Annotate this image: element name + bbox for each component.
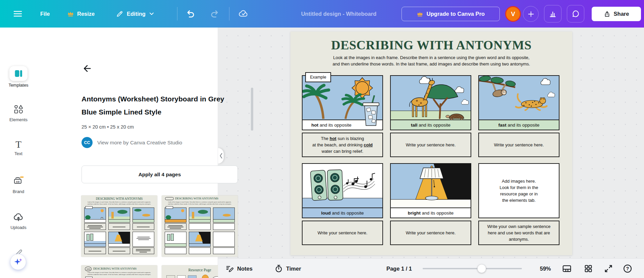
write-prompt: Write your sentence here. (318, 230, 368, 236)
mini-sentence (84, 223, 106, 230)
frame-word: fast (498, 123, 506, 128)
back-arrow-icon (83, 64, 92, 73)
upgrade-label: Upgrade to Canva Pro (427, 11, 485, 17)
upgrade-button[interactable]: Upgrade to Canva Pro (401, 7, 500, 21)
timer-button[interactable]: Timer (274, 259, 301, 278)
mini-frame-bright (108, 232, 130, 247)
example-badge[interactable]: Example (305, 72, 331, 82)
ai-assistant-button[interactable] (10, 254, 26, 270)
share-label: Share (614, 11, 629, 17)
mini-frame-bright (189, 232, 211, 247)
mini-sentence (84, 247, 106, 254)
apply-all-button[interactable]: Apply all 4 pages (82, 166, 238, 183)
plus-icon (527, 10, 535, 18)
panel-collapse-handle[interactable] (218, 148, 224, 164)
creator-avatar[interactable]: CC (82, 137, 93, 148)
sentence-box-fast[interactable]: Write your sentence here. (478, 133, 559, 157)
sentence-line: water can bring relief. (322, 148, 363, 154)
frame-loud-label: loud and its opposite (303, 207, 382, 218)
sentence-box-loud[interactable]: Write your sentence here. (302, 221, 383, 245)
mini-sentence (165, 223, 186, 230)
template-thumbnail-page-2[interactable]: DESCRIBING WITH ANTONYMS Look at the ima… (162, 195, 238, 257)
presentation-view-button[interactable] (562, 259, 572, 278)
mini-swatch (177, 275, 186, 278)
template-thumbnail-page-1[interactable]: DESCRIBING WITH ANTONYMS Look at the ima… (81, 195, 157, 257)
user-avatar[interactable]: V (505, 6, 521, 22)
hamburger-menu-button[interactable] (13, 0, 22, 28)
bottom-toolbar: Notes Timer Page 1 / 1 59% ? (218, 259, 644, 278)
help-button[interactable]: ? (623, 259, 633, 278)
page-indicator[interactable]: Page 1 / 1 (379, 259, 419, 278)
panel-scrollbar[interactable] (251, 88, 253, 131)
frame-loud[interactable]: loud and its opposite (302, 163, 383, 218)
whiteboard-canvas[interactable]: DESCRIBING WITH ANTONYMS Look at the ima… (218, 28, 644, 259)
frame-hot-image (303, 76, 382, 120)
file-menu-button[interactable]: File (40, 0, 50, 28)
sentence-box-bright[interactable]: Write your sentence here. (390, 221, 471, 245)
design-page[interactable]: DESCRIBING WITH ANTONYMS Look at the ima… (290, 32, 572, 255)
notes-button[interactable]: Notes (225, 259, 253, 278)
mini-example-badge (85, 206, 93, 209)
share-button[interactable]: Share (592, 7, 641, 21)
sidebar-item-uploads[interactable]: Uploads (0, 212, 37, 230)
chevron-left-icon (219, 152, 223, 159)
frame-fast-image (479, 76, 559, 120)
resize-button[interactable]: Resize (67, 0, 95, 28)
thumbnail-title: DESCRIBING WITH ANTONYMS (175, 197, 218, 200)
mini-sentence-empty (165, 247, 186, 254)
back-button[interactable] (83, 64, 93, 75)
frame-add-images[interactable]: Add images here. Look for them in the re… (478, 163, 559, 218)
undo-button[interactable] (185, 0, 196, 28)
notes-icon (225, 264, 234, 273)
frame-fast[interactable]: fast and its opposite (478, 75, 559, 130)
zoom-slider[interactable] (423, 268, 522, 269)
comments-button[interactable] (567, 5, 584, 22)
redo-button[interactable] (210, 0, 220, 28)
sentence-box-own[interactable]: Write your own sample sentence here and … (478, 221, 559, 245)
sidebar-item-brand[interactable]: co Brand (0, 175, 37, 194)
grid-view-icon (584, 264, 593, 273)
frame-label-suffix: and its opposite (418, 123, 450, 128)
zoom-slider-thumb[interactable] (477, 264, 486, 273)
insights-button[interactable] (544, 5, 561, 22)
grid-view-button[interactable] (584, 259, 593, 278)
template-thumbnail-page-3[interactable]: DESCRIBING WITH ANTONYMS Look at the ima… (81, 265, 157, 278)
frame-hot[interactable]: hot and its opposite (302, 75, 383, 130)
add-images-text: Add images here. Look for them in the re… (479, 164, 559, 218)
cloud-sync-status[interactable] (238, 0, 249, 28)
sidebar-item-label: Templates (0, 83, 37, 88)
sidebar-item-label: Brand (0, 189, 37, 194)
svg-text:co: co (16, 180, 20, 183)
sidebar-item-elements[interactable]: Elements (0, 104, 37, 122)
fullscreen-button[interactable] (604, 259, 613, 278)
frame-bright[interactable]: bright and its opposite (390, 163, 471, 218)
sidebar-item-text[interactable]: T Text (0, 139, 37, 156)
frame-hot-label: hot and its opposite (303, 120, 382, 130)
mini-example-badge (166, 206, 173, 209)
sidebar-item-label: Elements (0, 117, 37, 122)
fullscreen-expand-icon (604, 264, 613, 273)
editing-mode-dropdown[interactable]: Editing (116, 0, 155, 28)
mini-frame-tall (108, 207, 130, 223)
frame-label-suffix: and its opposite (421, 211, 453, 216)
mini-swatch (166, 275, 175, 278)
sentence-box-tall[interactable]: Write your sentence here. (390, 133, 471, 157)
sidebar-item-templates[interactable]: Templates (0, 66, 37, 88)
mini-sentence (132, 247, 154, 254)
zoom-level[interactable]: 59% (535, 259, 555, 278)
worksheet-subtitle-1: Look at the images in each frame. Descri… (290, 55, 572, 60)
timer-label: Timer (286, 266, 301, 272)
view-more-link[interactable]: View more by Canva Creative Studio (97, 137, 182, 148)
frame-tall[interactable]: tall and its opposite (390, 75, 471, 130)
mini-frame-empty (132, 232, 154, 247)
pencil-icon (116, 10, 124, 18)
document-title[interactable]: Untitled design - Whiteboard (288, 0, 389, 28)
thumbnail-subtitle: and then underline those words. In the l… (86, 203, 153, 205)
mini-frame-loud (165, 232, 186, 247)
write-prompt: Write your sentence here. (406, 142, 456, 148)
sidebar-item-label: Text (0, 151, 37, 156)
file-label: File (40, 11, 50, 17)
sentence-box-hot[interactable]: The hot sun is blazing at the beach, and… (302, 133, 383, 157)
thumbnail-title: DESCRIBING WITH ANTONYMS (81, 197, 157, 200)
add-member-button[interactable] (523, 6, 539, 22)
